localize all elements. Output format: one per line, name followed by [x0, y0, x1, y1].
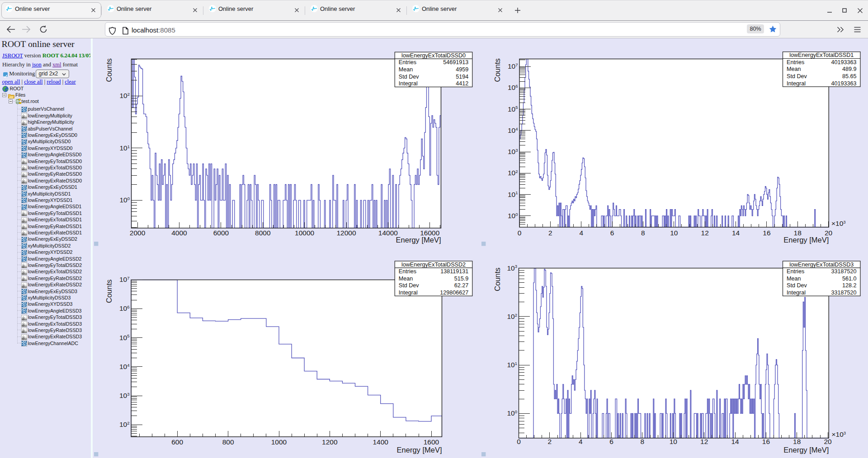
svg-text:101: 101	[508, 190, 518, 198]
svg-text:Energy [MeV]: Energy [MeV]	[397, 446, 442, 454]
svg-text:18: 18	[793, 438, 801, 445]
svg-text:5194: 5194	[456, 74, 468, 80]
svg-text:4412: 4412	[456, 80, 468, 87]
svg-text:6: 6	[609, 438, 613, 445]
svg-text:Integral: Integral	[399, 290, 418, 296]
svg-text:33187520: 33187520	[831, 290, 856, 296]
svg-text:lowEnergyExTotalDSSD0: lowEnergyExTotalDSSD0	[401, 52, 466, 59]
svg-text:1000: 1000	[271, 438, 287, 446]
svg-text:4: 4	[579, 438, 583, 445]
svg-text:2: 2	[548, 438, 552, 445]
svg-text:2000: 2000	[130, 229, 146, 237]
svg-text:Std Dev: Std Dev	[399, 74, 420, 80]
svg-text:105: 105	[508, 105, 518, 112]
svg-text:lowEnergyExTotalDSSD2: lowEnergyExTotalDSSD2	[401, 262, 466, 268]
svg-text:14: 14	[731, 438, 739, 445]
svg-text:lowEnergyExTotalDSSD3: lowEnergyExTotalDSSD3	[789, 262, 854, 268]
svg-text:600: 600	[171, 438, 183, 446]
svg-text:1400: 1400	[373, 438, 388, 446]
svg-text:561.0: 561.0	[842, 276, 857, 282]
svg-text:33187520: 33187520	[831, 268, 856, 275]
svg-text:489.9: 489.9	[842, 66, 857, 72]
svg-text:138119131: 138119131	[440, 268, 468, 275]
svg-text:16000: 16000	[420, 229, 439, 237]
svg-text:62.27: 62.27	[454, 282, 469, 289]
svg-text:20: 20	[824, 438, 832, 445]
svg-text:Counts: Counts	[105, 58, 113, 82]
svg-text:102: 102	[119, 92, 130, 99]
svg-text:Energy [MeV]: Energy [MeV]	[783, 236, 829, 244]
svg-text:128.2: 128.2	[842, 282, 857, 289]
svg-text:Counts: Counts	[493, 267, 501, 291]
svg-text:12000: 12000	[336, 229, 356, 237]
svg-text:lowEnergyExTotalDSSD1: lowEnergyExTotalDSSD1	[789, 52, 854, 58]
svg-text:101: 101	[507, 361, 517, 369]
svg-text:100: 100	[507, 409, 517, 417]
svg-text:12: 12	[701, 229, 709, 237]
svg-text:Integral: Integral	[787, 80, 806, 87]
svg-text:Std Dev: Std Dev	[787, 282, 807, 289]
svg-text:18: 18	[794, 229, 802, 237]
svg-text:Counts: Counts	[105, 280, 113, 303]
svg-text:10: 10	[670, 229, 678, 237]
svg-text:Entries: Entries	[787, 59, 804, 65]
svg-text:8000: 8000	[255, 229, 271, 237]
svg-text:101: 101	[119, 144, 130, 152]
svg-text:800: 800	[222, 438, 234, 446]
svg-text:100: 100	[508, 212, 518, 220]
svg-text:102: 102	[508, 169, 518, 177]
svg-text:Entries: Entries	[399, 268, 416, 275]
svg-text:106: 106	[508, 84, 518, 91]
svg-text:Counts: Counts	[493, 58, 501, 82]
svg-text:12: 12	[700, 438, 708, 445]
svg-text:Energy [MeV]: Energy [MeV]	[396, 236, 441, 244]
svg-text:100: 100	[119, 196, 130, 204]
svg-text:103: 103	[508, 148, 518, 155]
svg-text:107: 107	[119, 276, 130, 283]
svg-text:106: 106	[119, 304, 130, 312]
svg-text:103: 103	[119, 392, 130, 399]
svg-text:8: 8	[641, 229, 645, 237]
svg-text:515.9: 515.9	[454, 276, 469, 282]
svg-text:16: 16	[763, 229, 770, 237]
svg-text:54691913: 54691913	[443, 59, 468, 65]
svg-text:Std Dev: Std Dev	[787, 73, 807, 79]
svg-text:Mean: Mean	[399, 276, 413, 282]
svg-text:20: 20	[825, 229, 833, 237]
svg-text:10: 10	[670, 438, 678, 445]
svg-text:Mean: Mean	[787, 66, 801, 72]
svg-text:1200: 1200	[322, 438, 338, 446]
svg-text:129806627: 129806627	[440, 290, 468, 296]
svg-text:Entries: Entries	[399, 59, 416, 65]
svg-text:14: 14	[732, 229, 740, 237]
svg-text:Integral: Integral	[399, 80, 418, 87]
svg-text:×103: ×103	[832, 430, 846, 438]
svg-text:10000: 10000	[295, 229, 314, 237]
svg-text:Mean: Mean	[399, 66, 413, 73]
svg-text:2: 2	[548, 229, 552, 237]
svg-text:8: 8	[641, 438, 645, 445]
svg-text:6: 6	[610, 229, 614, 237]
svg-text:4959: 4959	[456, 66, 468, 73]
svg-text:14000: 14000	[378, 229, 398, 237]
svg-text:Std Dev: Std Dev	[399, 282, 420, 289]
svg-text:1600: 1600	[424, 438, 439, 446]
svg-text:102: 102	[119, 421, 130, 428]
svg-text:104: 104	[119, 363, 130, 370]
svg-text:103: 103	[507, 264, 517, 271]
svg-text:85.65: 85.65	[842, 73, 857, 79]
svg-text:Integral: Integral	[787, 290, 806, 296]
svg-text:16: 16	[762, 438, 770, 445]
svg-text:4: 4	[579, 229, 583, 237]
svg-text:Mean: Mean	[787, 276, 801, 282]
svg-text:4000: 4000	[171, 229, 187, 237]
svg-text:Energy [MeV]: Energy [MeV]	[783, 446, 829, 454]
svg-text:6000: 6000	[213, 229, 229, 237]
svg-text:102: 102	[507, 313, 517, 320]
svg-text:40193363: 40193363	[831, 80, 856, 87]
svg-text:107: 107	[508, 62, 518, 70]
svg-text:0: 0	[518, 229, 522, 237]
svg-text:Entries: Entries	[787, 268, 804, 275]
svg-text:104: 104	[508, 126, 518, 134]
svg-text:×103: ×103	[831, 220, 846, 227]
